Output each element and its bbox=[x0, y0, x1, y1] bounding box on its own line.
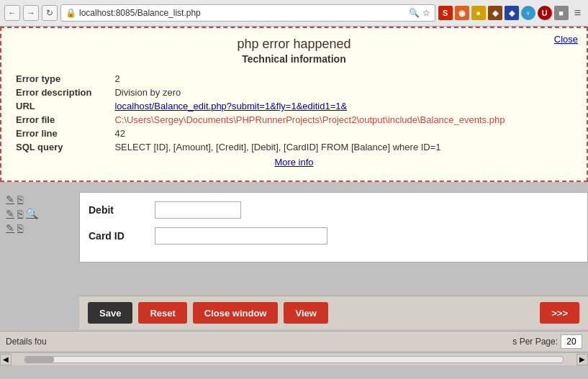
edit-icon-2[interactable]: ✎ bbox=[6, 208, 14, 219]
address-bar[interactable]: 🔒 localhost:8085/Balance_list.php 🔍 ☆ bbox=[60, 4, 435, 22]
browser-icon-1: S bbox=[438, 6, 453, 20]
browser-icon-8: ■ bbox=[554, 6, 569, 20]
card-id-input[interactable] bbox=[155, 227, 327, 245]
browser-icon-7: U bbox=[538, 6, 552, 20]
error-type-value: 2 bbox=[112, 72, 575, 86]
back-button[interactable]: ← bbox=[4, 5, 20, 21]
error-type-label: Error type bbox=[13, 72, 112, 86]
reset-button[interactable]: Reset bbox=[138, 302, 186, 324]
forward-icon: → bbox=[27, 8, 35, 18]
button-bar: Save Reset Close window View >>> bbox=[79, 296, 588, 329]
error-subtitle: Technical information bbox=[13, 53, 575, 65]
url-text: localhost:8085/Balance_list.php bbox=[79, 8, 201, 18]
error-row-sql: SQL query SELECT [ID], [Amount], [Credit… bbox=[13, 140, 575, 154]
horizontal-scrollbar: ◀ ▶ bbox=[0, 352, 588, 365]
error-table: Error type 2 Error description Division … bbox=[13, 72, 575, 169]
per-page-label: s Per Page: bbox=[512, 337, 558, 347]
error-title: php error happened bbox=[13, 37, 575, 52]
sidebar-row-2: ✎ ⎘ 🔍 bbox=[0, 206, 72, 221]
browser-icon-3: ● bbox=[471, 6, 486, 20]
error-file-label: Error file bbox=[13, 113, 112, 127]
error-row-file: Error file C:\Users\Sergey\Documents\PHP… bbox=[13, 113, 575, 127]
forward-button[interactable]: → bbox=[23, 5, 39, 21]
search-icon: 🔍 bbox=[409, 8, 420, 18]
error-line-label: Error line bbox=[13, 127, 112, 140]
save-button[interactable]: Save bbox=[88, 302, 132, 324]
status-bar: Details fou s Per Page: bbox=[0, 331, 588, 351]
sidebar: ✎ ⎘ ✎ ⎘ 🔍 ✎ ⎘ bbox=[0, 192, 72, 235]
error-popup: Close php error happened Technical infor… bbox=[0, 27, 588, 182]
error-row-desc: Error description Division by zero bbox=[13, 86, 575, 99]
error-desc-label: Error description bbox=[13, 86, 112, 99]
view-button[interactable]: View bbox=[284, 302, 327, 324]
per-page-input[interactable] bbox=[561, 334, 582, 349]
browser-icon-2: ◉ bbox=[455, 6, 469, 20]
refresh-icon: ↻ bbox=[46, 8, 53, 18]
copy-icon-1[interactable]: ⎘ bbox=[17, 193, 23, 205]
edit-icon-3[interactable]: ✎ bbox=[6, 222, 14, 234]
error-more-info-row: More info bbox=[13, 154, 575, 169]
scroll-thumb[interactable] bbox=[25, 357, 54, 362]
browser-menu-button[interactable]: ≡ bbox=[571, 6, 584, 19]
scroll-left-button[interactable]: ◀ bbox=[0, 354, 12, 365]
browser-icon-6: ♀ bbox=[521, 6, 535, 20]
error-row-line: Error line 42 bbox=[13, 127, 575, 140]
card-id-row: Card ID bbox=[89, 227, 579, 245]
close-window-button[interactable]: Close window bbox=[193, 302, 279, 324]
edit-icon-1[interactable]: ✎ bbox=[6, 193, 14, 205]
error-row-url: URL localhost/Balance_edit.php?submit=1&… bbox=[13, 99, 575, 113]
nav-button[interactable]: >>> bbox=[540, 302, 579, 324]
form-area: Debit Card ID bbox=[79, 192, 588, 262]
debit-label: Debit bbox=[89, 204, 146, 216]
error-url-value: localhost/Balance_edit.php?submit=1&fly=… bbox=[112, 99, 575, 113]
scroll-right-button[interactable]: ▶ bbox=[576, 354, 588, 365]
debit-row: Debit bbox=[89, 201, 579, 219]
search-icon-2[interactable]: 🔍 bbox=[26, 208, 38, 219]
copy-icon-2[interactable]: ⎘ bbox=[17, 208, 23, 219]
error-line-value: 42 bbox=[112, 127, 575, 140]
error-file-value: C:\Users\Sergey\Documents\PHPRunnerProje… bbox=[112, 113, 575, 127]
refresh-button[interactable]: ↻ bbox=[42, 5, 58, 21]
back-icon: ← bbox=[8, 8, 17, 18]
more-info-cell: More info bbox=[13, 154, 575, 169]
error-sql-label: SQL query bbox=[13, 140, 112, 154]
sidebar-row-3: ✎ ⎘ bbox=[0, 221, 72, 235]
browser-icon-4: ◆ bbox=[488, 6, 502, 20]
copy-icon-3[interactable]: ⎘ bbox=[17, 222, 23, 234]
error-url-link[interactable]: localhost/Balance_edit.php?submit=1&fly=… bbox=[114, 101, 347, 111]
browser-icon-5: ◆ bbox=[505, 6, 519, 20]
scroll-track[interactable] bbox=[24, 356, 564, 363]
sidebar-row-1: ✎ ⎘ bbox=[0, 192, 72, 206]
more-info-link[interactable]: More info bbox=[274, 157, 313, 168]
debit-input[interactable] bbox=[155, 201, 241, 219]
error-desc-value: Division by zero bbox=[112, 86, 575, 99]
error-row-type: Error type 2 bbox=[13, 72, 575, 86]
lock-icon: 🔒 bbox=[65, 8, 76, 18]
star-icon: ☆ bbox=[422, 8, 430, 18]
error-close-button[interactable]: Close bbox=[554, 34, 578, 45]
error-url-label: URL bbox=[13, 99, 112, 113]
card-id-label: Card ID bbox=[89, 230, 146, 242]
error-sql-value: SELECT [ID], [Amount], [Credit], [Debit]… bbox=[112, 140, 575, 154]
status-text: Details fou bbox=[6, 337, 512, 347]
